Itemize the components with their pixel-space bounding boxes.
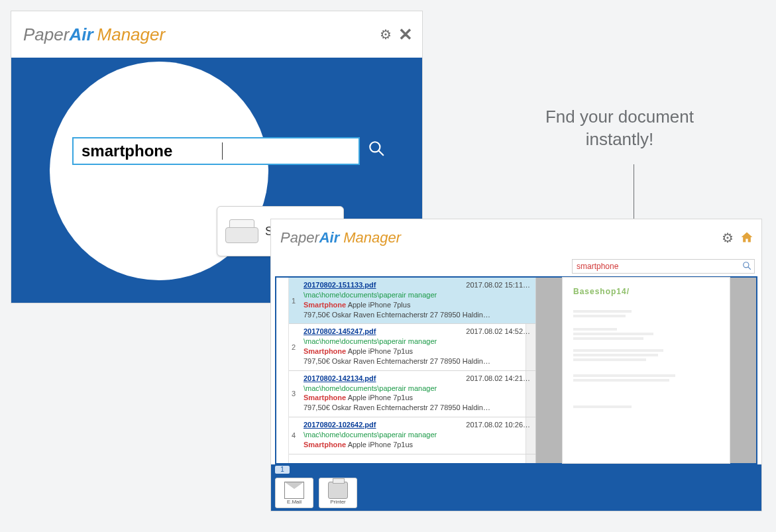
home-icon[interactable] [740,231,753,246]
titlebar: Paper Air Manager ⚙ [271,219,761,256]
results-list: 4 Data ▶120170802-151133.pdf2017.08.02 1… [289,278,535,463]
search-icon[interactable] [742,261,751,272]
results-panel: 4 Data ▶120170802-151133.pdf2017.08.02 1… [275,276,757,464]
results-search-input[interactable] [575,261,742,272]
result-timestamp: 2017.08.02 10:26… [466,420,530,430]
result-timestamp: 2017.08.02 14:21… [466,374,530,384]
preview-heading: Baseshop14/ [573,287,719,296]
gear-icon[interactable]: ⚙ [380,28,392,41]
row-number: 4 [292,431,296,441]
result-details: 797,50€ Oskar Raven Echternacherstr 27 7… [304,357,490,365]
titlebar: Paper Air Manager ⚙ ✕ [11,11,422,58]
page-button[interactable]: 1 [275,466,290,474]
printer-icon [328,482,348,499]
search-input[interactable] [74,142,222,160]
result-row[interactable]: 320170802-142134.pdf2017.08.02 14:21…\ma… [289,371,535,417]
result-filename[interactable]: 20170802-102642.pdf [304,421,376,429]
result-filename[interactable]: 20170802-151133.pdf [304,281,376,289]
search-box[interactable] [72,137,360,165]
document-preview[interactable]: Baseshop14/ [563,278,730,463]
svg-line-3 [748,266,751,269]
row-number: 3 [292,389,296,399]
result-row[interactable]: 220170802-145247.pdf2017.08.02 14:52…\ma… [289,324,535,370]
envelope-icon [284,482,304,499]
email-button[interactable]: E.Mail [275,478,313,508]
gear-icon[interactable]: ⚙ [722,231,734,244]
result-filename[interactable]: 20170802-142134.pdf [304,374,376,382]
print-button[interactable]: Printer [319,478,357,508]
results-footer: 1 E.Mail Printer [271,464,761,511]
result-row[interactable]: 420170802-102642.pdf2017.08.02 10:26…\ma… [289,417,535,454]
result-path: \mac\home\documents\paperair manager [304,291,437,299]
callout-text: Fnd your document instantly! [524,106,716,151]
svg-line-1 [378,150,384,156]
row-number: 1 [292,295,296,305]
result-path: \mac\home\documents\paperair manager [304,431,437,439]
preview-pane: Baseshop14/ [535,278,756,463]
result-excerpt: Apple iPhone 7plus [346,301,410,309]
result-path: \mac\home\documents\paperair manager [304,384,437,392]
brand-paper: Paper [23,25,69,45]
result-filename[interactable]: 20170802-145247.pdf [304,327,376,335]
svg-point-0 [370,142,380,152]
app-brand: Paper Air Manager [280,229,401,246]
result-excerpt: Apple iPhone 7p1us [346,347,413,355]
result-excerpt: Apple iPhone 7p1us [346,441,413,449]
result-details: 797,50€ Oskar Raven Echternacherstr 27 7… [304,311,490,319]
row-number: 2 [292,343,296,352]
svg-point-2 [744,262,749,267]
result-row[interactable]: ▶120170802-151133.pdf2017.08.02 15:11…\m… [289,278,535,324]
result-highlight: Smartphone [304,394,346,401]
result-timestamp: 2017.08.02 14:52… [466,327,530,337]
search-icon[interactable] [368,140,385,162]
app-brand: Paper Air Manager [23,25,165,45]
result-path: \mac\home\documents\paperair manager [304,337,437,345]
results-search-box[interactable] [572,259,755,274]
results-window: Paper Air Manager ⚙ 4 Data ▶120170802-15… [270,219,762,511]
result-highlight: Smartphone [304,347,346,355]
scanner-icon [224,217,258,246]
pager: 1 [271,464,761,475]
brand-manager: Manager [97,25,166,45]
close-icon[interactable]: ✕ [398,26,413,43]
result-highlight: Smartphone [304,301,346,309]
row-gutter [276,278,289,463]
result-details: 797,50€ Oskar Raven Echternacherstr 27 7… [304,403,490,411]
result-highlight: Smartphone [304,441,346,449]
result-excerpt: Apple iPhone 7p1us [346,394,413,401]
brand-air: Air [69,25,93,45]
result-timestamp: 2017.08.02 15:11… [466,280,530,290]
